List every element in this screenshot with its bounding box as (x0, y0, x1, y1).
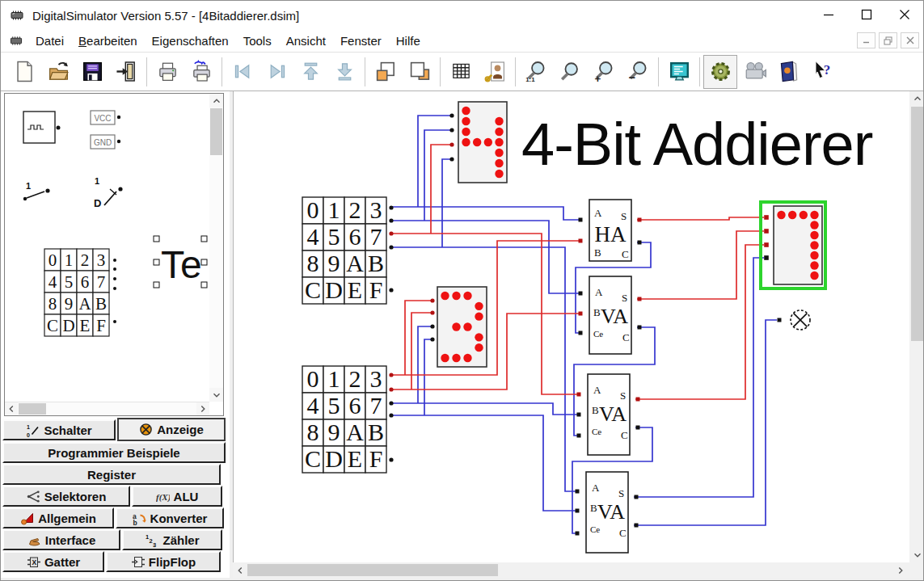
menu-item-eigenschaften[interactable]: Eigenschaften (145, 32, 236, 49)
palette-scroll-down-button[interactable] (209, 388, 223, 402)
half-adder[interactable]: ASHABC (579, 200, 642, 261)
close-button[interactable] (885, 1, 923, 28)
palette-vcc[interactable]: VCC (91, 111, 120, 124)
category-button-anzeige[interactable]: Anzeige (117, 418, 226, 441)
save-button[interactable] (75, 55, 109, 89)
menu-item-hilfe[interactable]: Hilfe (389, 32, 428, 49)
palette-vertical-scrollbar[interactable] (209, 94, 223, 402)
dot-matrix-display-7[interactable] (761, 202, 825, 288)
circuit-canvas-area[interactable]: 0123456789ABCDEF0123456789ABCDEFASHABCAS… (233, 91, 909, 562)
palette-d-switch[interactable]: 1D (94, 176, 123, 209)
menu-item-fenster[interactable]: Fenster (333, 32, 389, 49)
canvas-scroll-right-button[interactable] (893, 562, 908, 578)
circuit-canvas[interactable]: 0123456789ABCDEF0123456789ABCDEFASHABCAS… (234, 91, 910, 562)
wire-blue[interactable] (424, 339, 432, 415)
dot-matrix-display-3[interactable] (430, 287, 487, 367)
category-button-z-hler[interactable]: 123Zähler (122, 529, 222, 550)
menu-item-tools[interactable]: Tools (236, 32, 279, 49)
led-dot (475, 333, 483, 341)
circuit-title-text[interactable]: 4-Bit Addierer (521, 111, 873, 178)
lamp-indicator[interactable] (778, 310, 811, 330)
minimize-button[interactable] (809, 1, 847, 28)
wire-red[interactable] (635, 245, 764, 399)
category-button-interface[interactable]: Interface (2, 529, 120, 550)
category-button-flipflop[interactable]: FlipFlop (106, 551, 221, 572)
user-key-button[interactable] (478, 55, 512, 89)
full-adder-3[interactable]: ASBVACeC (576, 472, 639, 553)
category-button-gatter[interactable]: XGatter (2, 551, 104, 572)
category-button-alu[interactable]: f(X)ALU (132, 486, 222, 507)
category-button-programmier-beispiele[interactable]: Programmier Beispiele (2, 442, 226, 463)
bring-to-front-button[interactable] (369, 55, 403, 89)
palette-hex-keypad[interactable]: 0123456789ABCDEF (44, 249, 116, 336)
simulate-gear-button[interactable] (703, 55, 737, 89)
palette-vscroll-thumb[interactable] (210, 108, 222, 155)
palette-scroll-left-button[interactable] (5, 402, 18, 415)
new-document-button[interactable] (7, 55, 41, 89)
canvas-scroll-down-button[interactable] (909, 548, 924, 562)
canvas-scroll-left-button[interactable] (233, 562, 247, 578)
wire-blue[interactable] (390, 415, 576, 511)
svg-text:F: F (369, 445, 383, 472)
nav-forward-button[interactable] (259, 55, 293, 89)
screen-settings-button[interactable] (662, 55, 696, 89)
wire-blue[interactable] (390, 403, 577, 415)
canvas-horizontal-scrollbar[interactable] (233, 562, 909, 578)
palette-canvas[interactable]: VCCGNDTe11D0123456789ABCDEF (5, 94, 209, 402)
hex-keypad-1[interactable]: 0123456789ABCDEF (302, 196, 394, 304)
wire-red[interactable] (411, 313, 432, 389)
wire-blue[interactable] (418, 116, 452, 207)
mdi-close-button[interactable] (901, 32, 919, 48)
maximize-button[interactable] (847, 1, 885, 28)
mdi-minimize-button[interactable] (857, 32, 875, 48)
camera-button[interactable] (737, 55, 771, 89)
palette-hscroll-thumb[interactable] (19, 403, 46, 415)
exit-door-button[interactable] (109, 55, 143, 89)
nav-up-button[interactable] (293, 55, 327, 89)
palette-horizontal-scrollbar[interactable] (5, 402, 209, 415)
wire-red[interactable] (405, 301, 432, 375)
menu-item-bearbeiten[interactable]: Bearbeiten (71, 32, 145, 49)
palette-scroll-right-button[interactable] (196, 402, 209, 415)
send-to-back-button[interactable] (403, 55, 437, 89)
menu-item-datei[interactable]: Datei (28, 32, 71, 49)
palette-scroll-up-button[interactable] (209, 94, 223, 107)
context-help-button[interactable]: ? (805, 55, 839, 89)
mdi-restore-button[interactable] (879, 32, 897, 48)
canvas-scroll-up-button[interactable] (909, 91, 924, 106)
palette-switch[interactable]: 1 (23, 181, 50, 200)
category-button-register[interactable]: Register (2, 464, 221, 485)
nav-back-button[interactable] (226, 55, 259, 89)
nav-down-button[interactable] (327, 55, 361, 89)
book-help-button[interactable] (771, 55, 805, 89)
hex-keypad-2[interactable]: 0123456789ABCDEF (302, 365, 394, 473)
zoom-in-button[interactable]: + (587, 55, 621, 89)
print-button[interactable] (150, 55, 184, 89)
wire-blue[interactable] (418, 326, 432, 403)
wire-blue[interactable] (390, 207, 579, 220)
canvas-vscroll-thumb[interactable] (911, 107, 923, 341)
wire-blue[interactable] (634, 258, 764, 497)
palette-gnd[interactable]: GND (91, 135, 120, 149)
grid-button[interactable] (444, 55, 478, 89)
category-button-allgemein[interactable]: Allgemein (2, 507, 114, 528)
menu-item-ansicht[interactable]: Ansicht (279, 32, 333, 49)
category-button-selektoren[interactable]: Selektoren (2, 486, 130, 507)
dot-matrix-display-4[interactable] (449, 102, 507, 183)
full-adder-1[interactable]: ASBVACeC (579, 276, 642, 354)
zoom-out-button[interactable]: − (621, 55, 655, 89)
print-setup-button[interactable] (184, 55, 218, 89)
full-adder-2[interactable]: ASBVACeC (577, 374, 640, 455)
keypad-pin (389, 218, 393, 222)
canvas-hscroll-thumb[interactable] (247, 564, 498, 576)
zoom-fit-button[interactable] (553, 55, 587, 89)
palette-text-element[interactable]: Te (154, 236, 207, 288)
category-button-konverter[interactable]: abKonverter (116, 507, 224, 528)
wire-red[interactable] (637, 217, 764, 220)
open-file-button[interactable] (41, 55, 75, 89)
zoom-1-1-button[interactable]: 1:1 (519, 55, 553, 89)
canvas-vertical-scrollbar[interactable] (909, 91, 924, 562)
wire-blue[interactable] (390, 221, 579, 293)
palette-clock-generator[interactable] (23, 112, 61, 143)
category-button-schalter[interactable]: 10Schalter (2, 419, 116, 440)
